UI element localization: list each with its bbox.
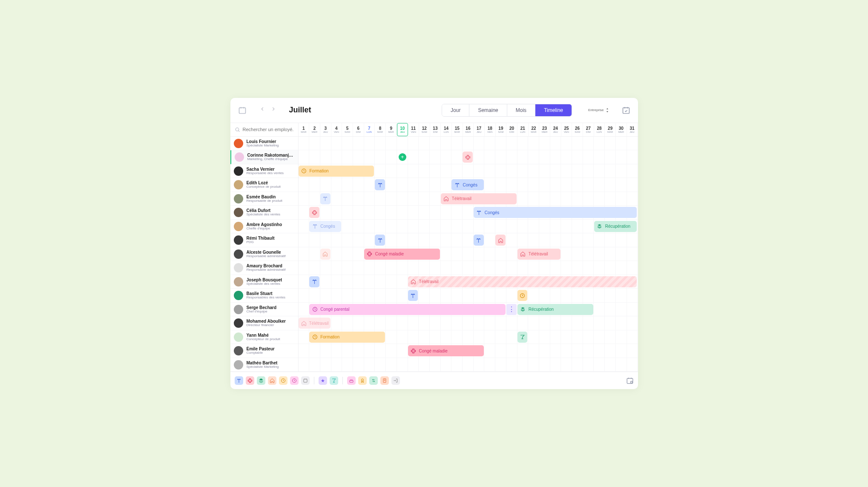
day-header-cell[interactable]: 20DIM: [506, 123, 517, 136]
event-bar[interactable]: Récupération: [594, 221, 637, 232]
prev-month-button[interactable]: [259, 106, 268, 115]
day-header-cell[interactable]: 19SAM: [496, 123, 507, 136]
event-bar[interactable]: [320, 249, 331, 260]
legend-palm-icon[interactable]: [235, 376, 243, 385]
event-bar[interactable]: Télétravail: [517, 249, 560, 260]
employee-row[interactable]: Sacha Vernier Responsable des ventes: [230, 164, 298, 178]
employee-row[interactable]: Célia Dufort Spécialiste des ventes: [230, 206, 298, 220]
next-month-button[interactable]: [270, 106, 279, 115]
view-week[interactable]: Semaine: [469, 104, 507, 116]
day-header-cell[interactable]: 6DIM: [353, 123, 364, 136]
legend-medal-icon[interactable]: [358, 376, 367, 385]
event-bar[interactable]: Télétravail: [408, 276, 637, 287]
event-bar[interactable]: [474, 235, 484, 246]
employee-row[interactable]: Louis Fournier Spécialiste Marketing: [230, 137, 298, 151]
employee-row[interactable]: Joseph Bousquet Spécialiste des ventes: [230, 275, 298, 289]
event-bar[interactable]: [309, 276, 319, 287]
day-header-cell[interactable]: 24JEU: [550, 123, 561, 136]
day-header-cell[interactable]: 17JEU: [474, 123, 485, 136]
employee-row[interactable]: Rémi Thibault PDG: [230, 233, 298, 247]
employee-row[interactable]: Edith Lozé Conceptrice de produit: [230, 178, 298, 192]
day-header-cell[interactable]: 4VEN: [331, 123, 342, 136]
employee-row[interactable]: Corinne Rakotomanjato Marketing, Cheffe …: [230, 150, 298, 164]
event-bar[interactable]: Congé parental: [309, 304, 506, 315]
event-bar[interactable]: Télétravail: [441, 193, 517, 204]
day-header-cell[interactable]: 12SAM: [419, 123, 430, 136]
calendar-settings-icon[interactable]: [626, 377, 634, 384]
day-header-cell[interactable]: 16MER: [463, 123, 474, 136]
day-header-cell[interactable]: 29MAR: [605, 123, 616, 136]
employee-row[interactable]: Amaury Brochard Responsable administrati…: [230, 261, 298, 275]
employee-row[interactable]: Ambre Agostinho Cheffe d'équipe: [230, 220, 298, 234]
employee-row[interactable]: Basile Stuart Responsables des ventes: [230, 289, 298, 303]
legend-medical-icon[interactable]: [246, 376, 254, 385]
day-header-cell[interactable]: 21LUN: [517, 123, 529, 136]
employee-row[interactable]: Serge Bechard Chef d'équipe: [230, 303, 298, 317]
event-bar[interactable]: [309, 207, 319, 218]
day-header-cell[interactable]: 22MAR: [529, 123, 540, 136]
drag-handle[interactable]: ⋮: [506, 304, 517, 315]
event-bar[interactable]: Télétravail: [299, 318, 331, 329]
day-header-cell[interactable]: 25VEN: [561, 123, 572, 136]
day-header-cell[interactable]: 28LUN: [594, 123, 605, 136]
day-header-cell[interactable]: 27DIM: [583, 123, 594, 136]
day-header-cell[interactable]: 7LUN: [364, 123, 375, 136]
legend-star-icon[interactable]: ★: [319, 376, 327, 385]
event-bar[interactable]: [463, 152, 473, 163]
event-bar[interactable]: [495, 235, 506, 246]
event-bar[interactable]: [320, 193, 331, 204]
event-bar[interactable]: [375, 179, 385, 190]
legend-swap-icon[interactable]: [369, 376, 378, 385]
calendar-sync-icon[interactable]: [622, 106, 630, 115]
day-header-cell[interactable]: 31JEU: [627, 123, 638, 136]
view-timeline[interactable]: Timeline: [535, 104, 572, 116]
employee-row[interactable]: Mathéo Barthet Spécialiste Marketing: [230, 358, 298, 372]
event-bar[interactable]: Congé maladie: [408, 345, 484, 356]
event-bar[interactable]: Congés: [474, 207, 637, 218]
legend-clock-icon[interactable]: [279, 376, 287, 385]
legend-home-icon[interactable]: [268, 376, 276, 385]
day-header-cell[interactable]: 2MER: [309, 123, 320, 136]
search-input[interactable]: [243, 127, 294, 132]
legend-calendar-icon[interactable]: [301, 376, 310, 385]
event-bar[interactable]: [517, 290, 528, 301]
view-month[interactable]: Mois: [507, 104, 535, 116]
day-header-cell[interactable]: 14LUN: [441, 123, 452, 136]
employee-row[interactable]: Émile Pasteur Comptable: [230, 344, 298, 358]
day-header-cell[interactable]: 5SAM: [342, 123, 353, 136]
day-header-cell[interactable]: 1MAR: [299, 123, 310, 136]
view-day[interactable]: Jour: [442, 104, 469, 116]
legend-cake-icon[interactable]: [347, 376, 356, 385]
day-header-cell[interactable]: 8MAR: [375, 123, 386, 136]
event-bar[interactable]: Formation: [309, 332, 385, 343]
day-header-cell[interactable]: 30MER: [616, 123, 627, 136]
employee-row[interactable]: Yann Mahé Concepteur de produit: [230, 330, 298, 344]
event-bar[interactable]: [517, 332, 528, 343]
event-bar[interactable]: Congés: [451, 179, 483, 190]
event-bar[interactable]: [408, 290, 418, 301]
day-header-cell[interactable]: 10JEU: [397, 123, 408, 136]
event-bar[interactable]: Congés: [309, 221, 341, 232]
event-bar[interactable]: [375, 235, 385, 246]
day-header-cell[interactable]: 18VEN: [485, 123, 496, 136]
legend-exit-icon[interactable]: [391, 376, 400, 385]
day-header-cell[interactable]: 13DIM: [430, 123, 441, 136]
day-header-cell[interactable]: 26SAM: [572, 123, 583, 136]
day-header-cell[interactable]: 23MER: [539, 123, 550, 136]
add-event-button[interactable]: +: [399, 153, 406, 161]
day-header-cell[interactable]: 3JEU: [320, 123, 331, 136]
legend-clock2-icon[interactable]: [290, 376, 299, 385]
day-header-cell[interactable]: 9MER: [386, 123, 397, 136]
day-header-cell[interactable]: 15MAR: [452, 123, 463, 136]
event-bar[interactable]: Formation: [299, 166, 374, 177]
employee-row[interactable]: Alceste Gounelle Responsable administrat…: [230, 247, 298, 261]
legend-cocktail-icon[interactable]: [330, 376, 338, 385]
day-header-cell[interactable]: 11VEN: [408, 123, 419, 136]
employee-row[interactable]: Esmée Baudin Responsable de produit: [230, 192, 298, 206]
event-bar[interactable]: Récupération: [517, 304, 593, 315]
employee-row[interactable]: Mohamed Aboulker Directeur financier: [230, 316, 298, 330]
legend-layers-icon[interactable]: [257, 376, 265, 385]
legend-doc-icon[interactable]: [380, 376, 389, 385]
event-bar[interactable]: Congé maladie: [364, 249, 440, 260]
scope-selector[interactable]: Entreprise: [588, 108, 609, 112]
